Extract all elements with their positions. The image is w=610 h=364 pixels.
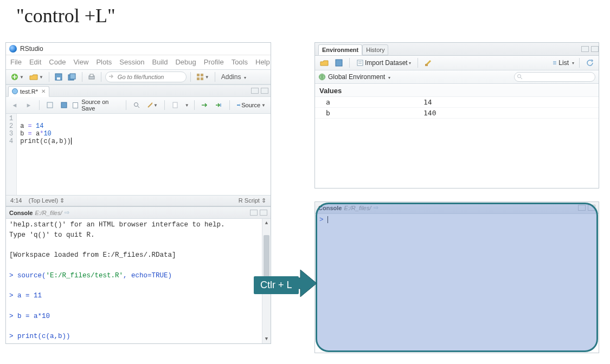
source-tab[interactable]: test.R* ✕ [8, 86, 49, 97]
code-text: a = 14 b = a*10 print(c(a,b)) [17, 114, 271, 195]
maximize-icon[interactable] [260, 210, 267, 216]
pane-window-controls [581, 46, 599, 52]
console-line [9, 281, 268, 291]
run-button[interactable] [200, 100, 210, 110]
import-dataset-label: Import Dataset [365, 59, 408, 67]
svg-rect-9 [197, 77, 200, 80]
source-on-save-label: Source on Save [81, 99, 120, 112]
minimize-icon[interactable] [581, 46, 589, 52]
list-view-toggle[interactable]: ≡ List ▾ [553, 59, 574, 67]
menu-plots[interactable]: Plots [96, 58, 112, 66]
env-search-input[interactable] [514, 72, 595, 82]
console-header-right: Console E:/R_files/ ⇨ [315, 202, 599, 214]
menu-view[interactable]: View [73, 58, 88, 66]
env-body: Values a 14 b 140 [315, 84, 599, 120]
r-file-icon [12, 88, 18, 94]
forward-button[interactable]: ► [23, 100, 34, 110]
source-tab-label: test.R* [20, 88, 38, 95]
source-on-save-checkbox[interactable] [73, 102, 78, 108]
save-button[interactable] [53, 72, 64, 82]
maximize-icon[interactable] [261, 88, 268, 94]
addins-menu[interactable]: Addins ▾ [219, 72, 248, 82]
rstudio-window: RStudio File Edit Code View Plots Sessio… [5, 42, 271, 344]
console-output-right[interactable]: > [315, 214, 599, 226]
open-project-button[interactable]: ▼ [28, 72, 45, 82]
svg-rect-16 [336, 60, 342, 66]
svg-rect-8 [201, 74, 203, 76]
clear-env-button[interactable] [423, 57, 434, 68]
var-value: 14 [423, 98, 432, 106]
close-icon[interactable]: ✕ [41, 88, 46, 94]
find-button[interactable] [131, 100, 142, 110]
save-script-button[interactable] [59, 100, 69, 110]
scroll-down-icon[interactable]: ▼ [262, 335, 271, 343]
env-row[interactable]: b 140 [315, 108, 599, 119]
env-section-values: Values [315, 85, 599, 97]
minimize-icon[interactable] [578, 205, 586, 211]
scroll-up-icon[interactable]: ▲ [262, 219, 271, 227]
open-env-button[interactable] [318, 57, 330, 68]
svg-point-20 [518, 75, 521, 78]
maximize-icon[interactable] [588, 205, 595, 211]
wand-button[interactable]: ▼ [145, 100, 159, 110]
console-title: Console [9, 210, 33, 216]
goto-arrow-icon [108, 73, 114, 80]
console-line: > b = a*10 [9, 311, 268, 322]
rstudio-logo-icon [9, 45, 17, 53]
menu-help[interactable]: Help [255, 58, 270, 66]
var-name: b [326, 109, 423, 117]
console-line: [1] 11 110 [9, 342, 268, 343]
source-tab-row: test.R* ✕ [6, 85, 271, 97]
back-button[interactable]: ◄ [9, 100, 20, 110]
maximize-icon[interactable] [591, 46, 599, 52]
svg-rect-2 [57, 77, 60, 80]
menu-debug[interactable]: Debug [175, 58, 196, 66]
scope-selector[interactable]: Global Environment ▾ [328, 73, 390, 81]
slide-title: "control +L" [16, 4, 115, 27]
dropdown-icon[interactable]: ▼ [185, 103, 189, 108]
svg-rect-15 [173, 102, 177, 108]
console-output-left[interactable]: 'help.start()' for an HTML browser inter… [6, 219, 271, 343]
menu-session[interactable]: Session [119, 58, 144, 66]
report-button[interactable] [170, 100, 181, 110]
console-goto-icon[interactable]: ⇨ [374, 204, 378, 211]
rerun-button[interactable] [214, 100, 224, 110]
menu-code[interactable]: Code [49, 58, 66, 66]
goto-file-input[interactable] [105, 72, 187, 82]
language-label[interactable]: R Script ⇕ [239, 197, 266, 204]
pane-window-controls [578, 205, 595, 211]
source-statusbar: 4:14 (Top Level) ⇕ R Script ⇕ [6, 195, 271, 206]
save-all-button[interactable] [66, 72, 78, 82]
console-line [9, 322, 268, 332]
cursor-position: 4:14 [10, 197, 22, 204]
menu-profile[interactable]: Profile [204, 58, 224, 66]
console-line: 'help.start()' for an HTML browser inter… [9, 220, 268, 230]
new-file-button[interactable]: ▼ [9, 72, 25, 82]
menu-file[interactable]: File [10, 58, 22, 66]
menu-edit[interactable]: Edit [29, 58, 41, 66]
env-row[interactable]: a 14 [315, 97, 599, 108]
env-tab-row: Environment History [315, 43, 599, 56]
refresh-button[interactable] [585, 57, 595, 68]
console-goto-icon[interactable]: ⇨ [65, 209, 69, 216]
code-editor[interactable]: 1 2 3 4 a = 14 b = a*10 print(c(a,b)) [6, 114, 271, 195]
console-pane-right: Console E:/R_files/ ⇨ > [314, 202, 599, 353]
environment-pane: Environment History Import Dataset ▾ ≡ L… [314, 42, 599, 188]
print-button[interactable] [86, 72, 97, 82]
tab-history[interactable]: History [362, 44, 388, 55]
minimize-icon[interactable] [250, 210, 258, 216]
grid-view-button[interactable]: ▼ [195, 72, 211, 82]
console-header-left: Console E:/R_files/ ⇨ [6, 207, 271, 219]
svg-rect-10 [201, 77, 203, 80]
popout-button[interactable] [44, 100, 55, 110]
scope-label[interactable]: (Top Level) ⇕ [29, 197, 65, 204]
menu-tools[interactable]: Tools [232, 58, 248, 66]
tab-environment[interactable]: Environment [318, 44, 362, 55]
import-dataset-button[interactable]: Import Dataset ▾ [355, 57, 413, 68]
source-button[interactable]: Source ▼ [235, 100, 267, 110]
menu-build[interactable]: Build [152, 58, 168, 66]
console-line: Type 'q()' to quit R. [9, 230, 268, 240]
save-env-button[interactable] [333, 57, 344, 68]
minimize-icon[interactable] [251, 88, 259, 94]
svg-rect-4 [70, 74, 75, 79]
